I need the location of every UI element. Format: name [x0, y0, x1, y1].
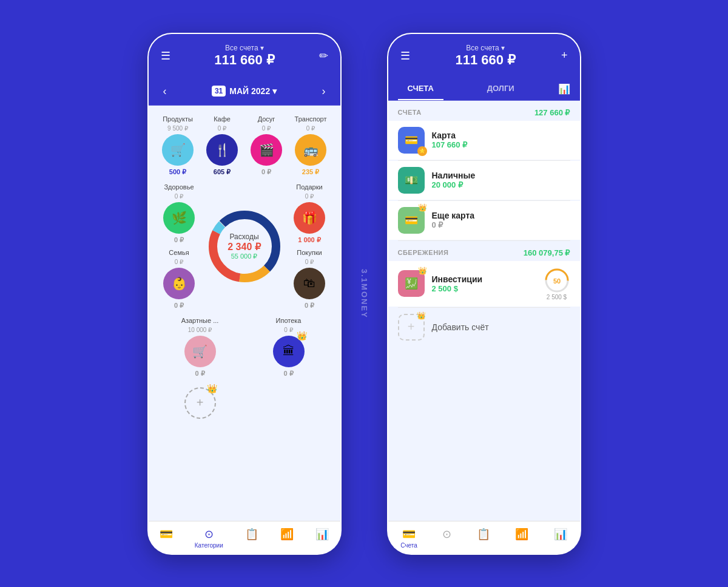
- section-accounts-header: СЧЕТА 127 660 ₽: [388, 101, 580, 121]
- account-amount-invest: 2 500 $: [432, 284, 536, 293]
- donut-chart: Расходы 2 340 ₽ 55 000 ₽: [205, 183, 284, 310]
- footer-chart-right[interactable]: 📊: [554, 528, 567, 549]
- accounts-label-right: Все счета ▾: [410, 44, 561, 52]
- section-accounts-total: 127 660 ₽: [534, 108, 570, 117]
- section-accounts-label: СЧЕТА: [398, 109, 422, 116]
- tab-scheta[interactable]: СЧЕТА: [398, 78, 443, 100]
- right-footer: 💳 Счета ⊙ 📋 📶 📊: [388, 521, 580, 554]
- section-savings-header: СБЕРЕЖЕНИЯ 160 079,75 ₽: [388, 241, 580, 261]
- footer-categories[interactable]: ⊙ Категории: [195, 528, 223, 549]
- footer-list-right[interactable]: 📋: [477, 528, 490, 549]
- cat-podarki[interactable]: Подарки 0 ₽ 🎁 1 000 ₽: [289, 183, 331, 244]
- account-investicii[interactable]: 💹 👑 Инвестиции 2 500 $ 50 2 500 $: [388, 261, 580, 307]
- left-cats: Здоровье 0 ₽ 🌿 0 ₽ Семья 0 ₽ 👶 0 ₽: [158, 183, 200, 310]
- star-badge: ⭐: [417, 146, 427, 156]
- footer-wifi-right[interactable]: 📶: [515, 528, 528, 549]
- top-categories: Продукты 9 500 ₽ 🛒 500 ₽ Кафе 0 ₽ 🍴 605 …: [158, 115, 331, 176]
- right-header: ☰ Все счета ▾ 111 660 ₽ +: [388, 34, 580, 78]
- account-eshche-karta[interactable]: 💳 👑 Еще карта 0 ₽: [388, 201, 580, 240]
- accounts-label: Все счета ▾: [170, 44, 319, 52]
- plus-icon[interactable]: +: [561, 49, 568, 62]
- cat-add[interactable]: + 👑: [158, 382, 242, 421]
- edit-icon[interactable]: ✏: [319, 49, 328, 63]
- prev-arrow[interactable]: ‹: [158, 83, 172, 100]
- app-vertical-label: 3.1MONEY: [360, 269, 369, 319]
- cat-kafe[interactable]: Кафе 0 ₽ 🍴 605 ₽: [203, 115, 242, 176]
- account-nalichnye[interactable]: 💵 Наличные 20 000 ₽: [388, 161, 580, 200]
- bottom-categories: Азартные ... 10 000 ₽ 🛒 0 ₽ Ипотека 0 ₽ …: [158, 317, 331, 421]
- footer-list[interactable]: 📋: [245, 528, 258, 549]
- donut-label: Расходы: [228, 232, 260, 241]
- donut-sub-amount: 55 000 ₽: [228, 253, 260, 260]
- chart-icon-tab[interactable]: 📊: [558, 83, 570, 95]
- accounts-body: СЧЕТА 127 660 ₽ 💳 ⭐ Карта 107 660 ₽ 💵: [388, 101, 580, 521]
- cat-dosug[interactable]: Досуг 0 ₽ 🎬 0 ₽: [247, 115, 286, 176]
- progress-ring: 50: [544, 267, 570, 294]
- cat-zdorovye[interactable]: Здоровье 0 ₽ 🌿 0 ₽: [158, 183, 200, 244]
- tabs-bar: СЧЕТА ДОЛГИ 📊: [388, 78, 580, 101]
- hamburger-icon[interactable]: ☰: [161, 50, 170, 61]
- next-arrow[interactable]: ›: [317, 83, 331, 100]
- left-body: Продукты 9 500 ₽ 🛒 500 ₽ Кафе 0 ₽ 🍴 605 …: [149, 106, 340, 521]
- footer-accounts-right[interactable]: 💳 Счета: [400, 528, 417, 549]
- tab-dolgi[interactable]: ДОЛГИ: [477, 78, 524, 100]
- svg-text:50: 50: [553, 277, 560, 285]
- cat-pokupki[interactable]: Покупки 0 ₽ 🛍 0 ₽: [289, 249, 331, 310]
- invest-extra: 2 500 $: [547, 294, 567, 300]
- right-phone: ☰ Все счета ▾ 111 660 ₽ + СЧЕТА ДОЛГИ 📊 …: [387, 33, 581, 555]
- right-cats: Подарки 0 ₽ 🎁 1 000 ₽ Покупки 0 ₽ 🛍 0 ₽: [289, 183, 331, 310]
- crown-badge-eshche: 👑: [418, 203, 427, 212]
- footer-cards[interactable]: 💳: [160, 528, 173, 549]
- section-savings-total: 160 079,75 ₽: [524, 248, 570, 257]
- left-header: ☰ Все счета ▾ 111 660 ₽ ✏: [149, 34, 340, 78]
- cat-ipoteka[interactable]: Ипотека 0 ₽ 🏛 👑 0 ₽: [247, 317, 331, 378]
- account-karta[interactable]: 💳 ⭐ Карта 107 660 ₽: [388, 121, 580, 160]
- account-name-eshche: Еще карта: [432, 211, 570, 220]
- cat-produkty[interactable]: Продукты 9 500 ₽ 🛒 500 ₽: [158, 115, 198, 176]
- cat-gambling[interactable]: Азартные ... 10 000 ₽ 🛒 0 ₽: [158, 317, 242, 378]
- account-amount-nalichnye: 20 000 ₽: [432, 180, 570, 189]
- footer-chart[interactable]: 📊: [315, 528, 329, 549]
- account-name-karta: Карта: [432, 131, 570, 140]
- left-phone: ☰ Все счета ▾ 111 660 ₽ ✏ ‹ 31 МАЙ 2022 …: [147, 33, 342, 555]
- donut-main-amount: 2 340 ₽: [228, 241, 260, 253]
- footer-circle-right[interactable]: ⊙: [442, 528, 451, 549]
- add-account-button[interactable]: + 👑 Добавить счёт: [388, 308, 580, 347]
- middle-section: Здоровье 0 ₽ 🌿 0 ₽ Семья 0 ₽ 👶 0 ₽: [158, 183, 331, 310]
- date-badge: 31: [212, 86, 226, 97]
- add-account-label: Добавить счёт: [432, 322, 489, 332]
- date-nav: ‹ 31 МАЙ 2022 ▾ ›: [149, 78, 340, 106]
- left-footer: 💳 ⊙ Категории 📋 📶 📊: [149, 521, 340, 554]
- total-amount-right: 111 660 ₽: [410, 52, 561, 68]
- footer-wifi[interactable]: 📶: [280, 528, 294, 549]
- cat-transport[interactable]: Транспорт 0 ₽ 🚌 235 ₽: [291, 115, 331, 176]
- account-amount-eshche: 0 ₽: [432, 220, 570, 229]
- section-savings-label: СБЕРЕЖЕНИЯ: [398, 249, 449, 256]
- account-name-nalichnye: Наличные: [432, 171, 570, 180]
- crown-badge-invest: 👑: [418, 266, 427, 275]
- crown-badge-add: 👑: [417, 311, 426, 320]
- total-amount: 111 660 ₽: [170, 52, 319, 68]
- month-year[interactable]: МАЙ 2022 ▾: [229, 86, 277, 96]
- cat-semya[interactable]: Семья 0 ₽ 👶 0 ₽: [158, 249, 200, 310]
- account-name-invest: Инвестиции: [432, 274, 536, 284]
- account-amount-karta: 107 660 ₽: [432, 140, 570, 149]
- hamburger-icon-right[interactable]: ☰: [400, 50, 410, 61]
